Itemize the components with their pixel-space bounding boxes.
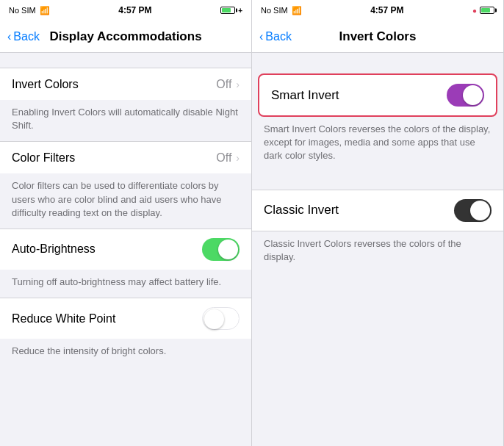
section-color-filters: Color Filters Off › Color filters can be… [0,141,251,229]
battery-right [480,7,494,14]
time-left: 4:57 PM [118,5,151,15]
smart-invert-description: Smart Invert Colors reverses the colors … [252,117,503,175]
battery-left [220,7,235,14]
invert-colors-row[interactable]: Invert Colors Off › [0,68,251,100]
reduce-white-point-knob [204,309,224,329]
invert-colors-chevron: › [236,79,240,90]
back-chevron-right: ‹ [259,30,263,43]
section-auto-brightness: Auto-Brightness Turning off auto-brightn… [0,229,251,298]
color-filters-value: Off [216,151,231,165]
section-spacer [252,175,503,190]
recording-indicator: ● [472,7,477,15]
color-filters-row[interactable]: Color Filters Off › [0,141,251,173]
classic-invert-toggle[interactable] [454,199,492,222]
classic-invert-description: Classic Invert Colors reverses the color… [252,231,503,276]
classic-invert-knob [470,201,490,220]
nav-bar-right: ‹ Back Invert Colors [252,21,503,53]
section-invert-colors: Invert Colors Off › Enabling Invert Colo… [0,68,251,141]
smart-invert-knob [463,85,483,105]
carrier-right: No SIM [261,6,288,15]
status-right-right: ● [472,7,494,15]
back-label-left: Back [13,30,40,43]
auto-brightness-description: Turning off auto-brightness may affect b… [0,270,251,298]
battery-fill-right [481,8,490,12]
settings-content-left: Invert Colors Off › Enabling Invert Colo… [0,53,251,446]
status-left: No SIM 📶 [9,6,50,15]
time-right: 4:57 PM [370,5,403,15]
section-reduce-white-point: Reduce White Point Reduce the intensity … [0,298,251,367]
status-left-right: No SIM 📶 [261,6,302,15]
left-panel: No SIM 📶 4:57 PM + ‹ Back Display Accomm… [0,0,252,446]
battery-fill-left [222,8,231,12]
settings-content-right: Smart Invert Smart Invert Colors reverse… [252,53,503,446]
carrier-left: No SIM [9,6,36,15]
auto-brightness-row[interactable]: Auto-Brightness [0,229,251,270]
invert-colors-value: Off [216,78,231,91]
status-right-left: + [220,7,242,15]
reduce-white-point-label: Reduce White Point [12,312,115,325]
invert-colors-label: Invert Colors [12,78,79,91]
battery-plus-left: + [238,7,242,15]
color-filters-label: Color Filters [12,151,75,165]
color-filters-right: Off › [216,151,240,165]
color-filters-description: Color filters can be used to differentia… [0,173,251,229]
status-bar-left: No SIM 📶 4:57 PM + [0,0,251,21]
back-button-left[interactable]: ‹ Back [7,30,40,43]
auto-brightness-toggle[interactable] [202,238,240,261]
invert-colors-description: Enabling Invert Colors will automaticall… [0,100,251,141]
color-filters-chevron: › [236,152,240,164]
back-chevron-left: ‹ [7,30,11,43]
right-panel: No SIM 📶 4:57 PM ● ‹ Back Invert Colors … [252,0,504,446]
classic-invert-row[interactable]: Classic Invert [252,190,503,231]
auto-brightness-label: Auto-Brightness [12,242,96,256]
wifi-icon-left: 📶 [40,6,50,15]
back-label-right: Back [265,30,292,43]
auto-brightness-knob [218,240,238,259]
classic-invert-label: Classic Invert [264,203,339,217]
smart-invert-row[interactable]: Smart Invert [258,73,497,117]
status-bar-right: No SIM 📶 4:57 PM ● [252,0,503,21]
smart-invert-label: Smart Invert [271,88,339,103]
smart-invert-toggle[interactable] [447,84,484,107]
wifi-icon-right: 📶 [292,6,302,15]
back-button-right[interactable]: ‹ Back [259,30,292,43]
reduce-white-point-description: Reduce the intensity of bright colors. [0,339,251,367]
invert-colors-right: Off › [216,78,240,91]
nav-bar-left: ‹ Back Display Accommodations [0,21,251,53]
reduce-white-point-row[interactable]: Reduce White Point [0,298,251,339]
reduce-white-point-toggle[interactable] [202,307,240,330]
